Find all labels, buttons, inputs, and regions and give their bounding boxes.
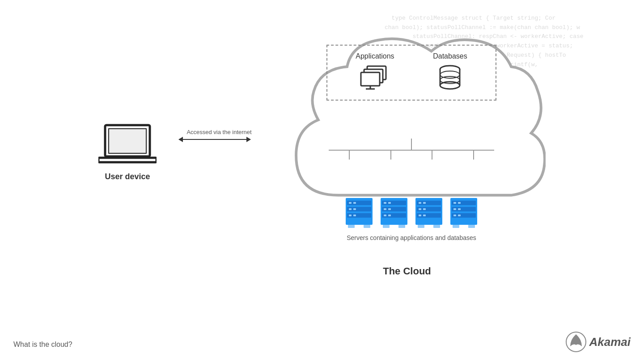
diagram-area: User device Accessed via the internet xyxy=(54,27,590,277)
svg-rect-60 xyxy=(458,208,461,210)
databases-icon xyxy=(438,64,462,91)
svg-rect-47 xyxy=(423,202,426,204)
svg-rect-58 xyxy=(453,215,456,216)
svg-rect-46 xyxy=(419,215,421,216)
double-arrow xyxy=(179,139,259,140)
svg-rect-48 xyxy=(423,208,426,210)
svg-rect-62 xyxy=(453,225,459,228)
akamai-text: Akamai xyxy=(589,335,631,349)
arrow-label: Accessed via the internet xyxy=(186,129,251,135)
svg-rect-3 xyxy=(119,156,136,159)
svg-rect-50 xyxy=(418,225,424,228)
svg-rect-1 xyxy=(109,129,146,153)
svg-rect-33 xyxy=(384,208,386,210)
bottom-left-text: What is the cloud? xyxy=(13,341,72,349)
svg-rect-35 xyxy=(388,202,391,204)
servers-area: Servers containing applications and data… xyxy=(343,197,479,241)
svg-rect-38 xyxy=(383,225,390,228)
svg-rect-34 xyxy=(384,215,386,216)
svg-rect-6 xyxy=(361,72,380,86)
svg-rect-20 xyxy=(349,202,352,204)
svg-rect-49 xyxy=(423,215,426,216)
applications-icon xyxy=(359,64,390,91)
server-unit-4 xyxy=(448,197,479,228)
svg-rect-23 xyxy=(353,202,356,204)
svg-rect-22 xyxy=(349,215,352,216)
svg-rect-44 xyxy=(419,202,421,204)
server-unit-1 xyxy=(343,197,375,228)
vertical-connector xyxy=(411,139,412,150)
server-unit-3 xyxy=(413,197,445,228)
svg-rect-51 xyxy=(433,225,440,228)
cloud-inner: Applications xyxy=(295,45,528,241)
server-row xyxy=(343,197,479,228)
server-unit-2 xyxy=(378,197,410,228)
user-device-label: User device xyxy=(105,172,150,181)
databases-item: Databases xyxy=(433,52,467,91)
svg-rect-25 xyxy=(353,215,356,216)
svg-rect-21 xyxy=(349,208,352,210)
svg-rect-59 xyxy=(458,202,461,204)
svg-rect-63 xyxy=(468,225,475,228)
svg-rect-61 xyxy=(458,215,461,216)
svg-rect-39 xyxy=(398,225,405,228)
svg-rect-37 xyxy=(388,215,391,216)
svg-rect-27 xyxy=(364,225,370,228)
cloud-container: Applications xyxy=(268,27,546,277)
arrow-line xyxy=(179,139,250,140)
svg-rect-57 xyxy=(453,208,456,210)
svg-rect-36 xyxy=(388,208,391,210)
akamai-symbol-icon xyxy=(565,331,587,353)
akamai-logo: Akamai xyxy=(565,331,631,353)
cloud-section: Applications xyxy=(268,27,546,277)
user-device-section: User device xyxy=(98,123,157,181)
dashed-box: Applications xyxy=(326,45,496,101)
servers-label: Servers containing applications and data… xyxy=(347,234,476,241)
svg-rect-26 xyxy=(348,225,355,228)
arrow-section: Accessed via the internet xyxy=(179,129,259,140)
applications-label: Applications xyxy=(356,52,394,60)
svg-rect-24 xyxy=(353,208,356,210)
dashed-box-row: Applications xyxy=(336,52,487,91)
svg-rect-45 xyxy=(419,208,421,210)
svg-rect-56 xyxy=(453,202,456,204)
cloud-label: The Cloud xyxy=(268,265,546,277)
applications-item: Applications xyxy=(356,52,394,91)
databases-label: Databases xyxy=(433,52,467,60)
drop-lines xyxy=(329,151,494,160)
svg-rect-32 xyxy=(384,202,386,204)
connector-lines xyxy=(326,139,496,160)
laptop-icon xyxy=(98,123,157,168)
